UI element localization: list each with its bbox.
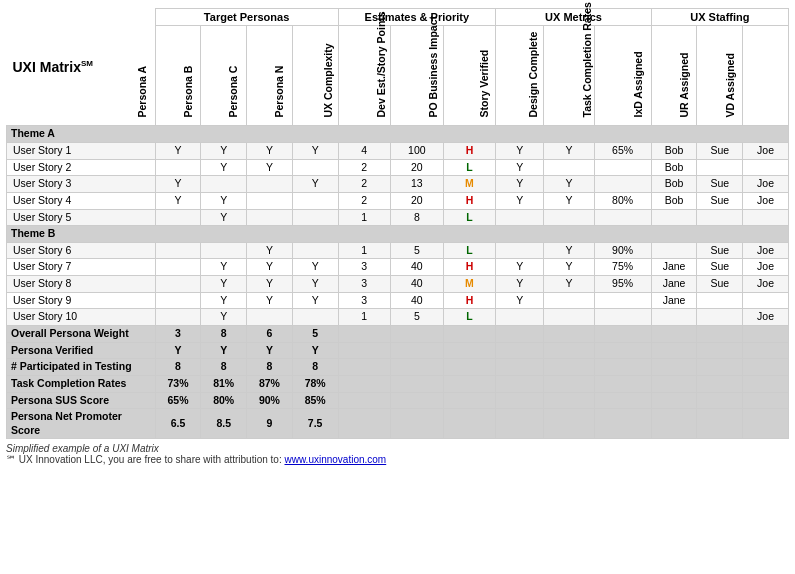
footer-copyright-text: ℠ UX Innovation LLC, you are free to sha… <box>6 454 282 465</box>
table-row: User Story 4YY220HYY80%BobSueJoe <box>7 192 789 209</box>
table-cell <box>496 209 544 226</box>
table-cell: Sue <box>697 192 743 209</box>
table-cell: Joe <box>743 309 789 326</box>
footer-link[interactable]: www.uxinnovation.com <box>284 454 386 465</box>
main-container: UXI MatrixSM Target Personas Estimates &… <box>0 0 795 473</box>
table-cell <box>544 342 594 359</box>
table-cell: 3 <box>338 292 391 309</box>
table-cell <box>697 309 743 326</box>
table-cell: 6.5 <box>155 409 201 439</box>
table-cell: Y <box>247 142 293 159</box>
col-vd-assigned-label: VD Assigned <box>723 104 795 118</box>
table-cell: 40 <box>391 276 444 293</box>
table-cell: Y <box>496 159 544 176</box>
theme-row: Theme B <box>7 226 789 243</box>
table-cell <box>544 375 594 392</box>
table-cell: 75% <box>594 259 651 276</box>
table-row: User Story 10Y15LJoe <box>7 309 789 326</box>
table-cell: Y <box>201 276 247 293</box>
table-cell: 3 <box>338 276 391 293</box>
table-cell: 8 <box>201 359 247 376</box>
table-cell <box>443 375 496 392</box>
table-cell <box>743 392 789 409</box>
table-cell: 5 <box>292 325 338 342</box>
table-cell <box>544 159 594 176</box>
table-cell <box>743 375 789 392</box>
table-cell <box>697 292 743 309</box>
table-cell: 87% <box>247 375 293 392</box>
table-cell <box>697 342 743 359</box>
table-row: User Story 3YY213MYYBobSueJoe <box>7 176 789 193</box>
table-cell <box>651 309 697 326</box>
table-cell <box>155 276 201 293</box>
table-cell <box>496 359 544 376</box>
title-cell: UXI MatrixSM <box>7 9 156 126</box>
table-cell <box>338 359 391 376</box>
table-cell: 80% <box>201 392 247 409</box>
table-cell <box>496 392 544 409</box>
table-body: Theme AUser Story 1YYYY4100HYY65%BobSueJ… <box>7 126 789 439</box>
table-cell <box>338 375 391 392</box>
table-cell: Joe <box>743 176 789 193</box>
table-cell <box>594 359 651 376</box>
table-cell <box>743 325 789 342</box>
table-cell <box>391 375 444 392</box>
table-cell <box>594 409 651 439</box>
table-row: User Story 9YYY340HYJane <box>7 292 789 309</box>
po-cell: H <box>443 192 496 209</box>
summary-row: Task Completion Rates73%81%87%78% <box>7 375 789 392</box>
summary-row: Overall Persona Weight3865 <box>7 325 789 342</box>
table-row: User Story 1YYYY4100HYY65%BobSueJoe <box>7 142 789 159</box>
table-cell <box>743 292 789 309</box>
table-cell <box>697 325 743 342</box>
table-cell <box>743 209 789 226</box>
table-cell <box>651 242 697 259</box>
table-cell <box>697 392 743 409</box>
table-cell: 90% <box>594 242 651 259</box>
table-cell <box>247 176 293 193</box>
table-cell <box>697 209 743 226</box>
summary-row: Persona SUS Score65%80%90%85% <box>7 392 789 409</box>
footer-simplified-text: Simplified example of a UXI Matrix <box>6 443 159 454</box>
table-cell: 65% <box>594 142 651 159</box>
table-cell <box>391 359 444 376</box>
table-cell <box>155 259 201 276</box>
table-cell: 8 <box>247 359 293 376</box>
table-cell: Y <box>544 142 594 159</box>
po-cell: L <box>443 159 496 176</box>
table-cell <box>697 409 743 439</box>
table-cell: Y <box>544 242 594 259</box>
table-cell <box>496 325 544 342</box>
table-cell <box>594 309 651 326</box>
table-cell <box>651 375 697 392</box>
table-cell: 7.5 <box>292 409 338 439</box>
story-name: User Story 9 <box>7 292 156 309</box>
table-cell <box>743 159 789 176</box>
table-cell: Joe <box>743 276 789 293</box>
story-name: User Story 1 <box>7 142 156 159</box>
uxi-matrix-table: UXI MatrixSM Target Personas Estimates &… <box>6 8 789 439</box>
po-cell: L <box>443 242 496 259</box>
table-cell: Sue <box>697 259 743 276</box>
table-cell <box>338 342 391 359</box>
table-cell: Y <box>201 292 247 309</box>
table-cell: Jane <box>651 259 697 276</box>
table-cell: Y <box>496 276 544 293</box>
po-cell: L <box>443 309 496 326</box>
table-cell <box>496 342 544 359</box>
table-cell <box>544 325 594 342</box>
table-cell: 85% <box>292 392 338 409</box>
table-row: User Story 2YY220LYBob <box>7 159 789 176</box>
table-cell: Y <box>544 176 594 193</box>
table-cell: 4 <box>338 142 391 159</box>
table-cell <box>651 209 697 226</box>
group-target-personas: Target Personas <box>155 9 338 26</box>
table-cell: Y <box>544 276 594 293</box>
table-cell: 1 <box>338 309 391 326</box>
table-cell <box>247 309 293 326</box>
summary-row: # Participated in Testing8888 <box>7 359 789 376</box>
table-cell <box>247 192 293 209</box>
table-cell <box>443 409 496 439</box>
col-vd-assigned: VD Assigned <box>743 26 789 126</box>
footer: Simplified example of a UXI Matrix ℠ UX … <box>6 443 789 465</box>
